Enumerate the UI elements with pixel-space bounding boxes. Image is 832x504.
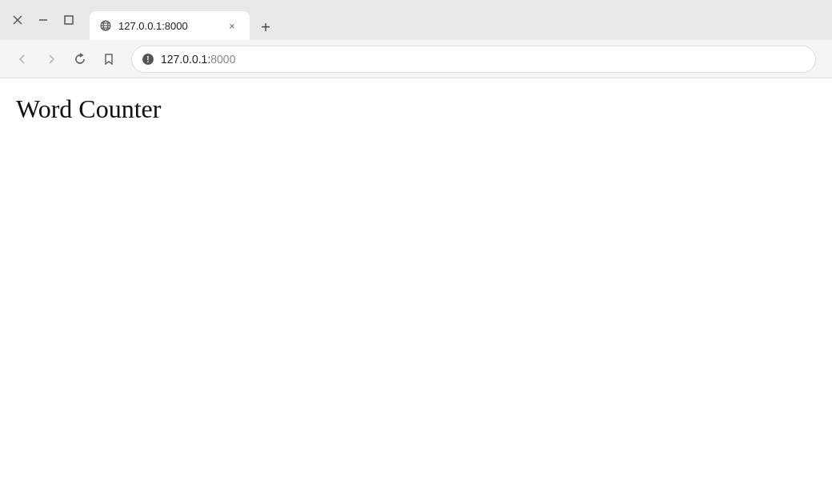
reload-button[interactable] bbox=[67, 46, 93, 72]
back-button[interactable] bbox=[10, 46, 35, 72]
minimize-button[interactable] bbox=[32, 9, 54, 31]
svg-text:!: ! bbox=[146, 55, 149, 64]
address-host: 127.0.0.1: bbox=[161, 53, 210, 66]
bookmark-button[interactable] bbox=[96, 46, 122, 72]
svg-rect-3 bbox=[65, 16, 73, 24]
tab-title: 127.0.0.1:8000 bbox=[118, 20, 218, 32]
tab-favicon bbox=[99, 19, 112, 32]
tab-bar: 127.0.0.1:8000 × + bbox=[90, 0, 826, 40]
new-tab-button[interactable]: + bbox=[253, 14, 278, 40]
forward-button[interactable] bbox=[38, 46, 64, 72]
page-heading: Word Counter bbox=[16, 94, 816, 124]
active-tab[interactable]: 127.0.0.1:8000 × bbox=[90, 11, 250, 40]
address-text: 127.0.0.1:8000 bbox=[161, 53, 806, 66]
nav-bar: ! 127.0.0.1:8000 bbox=[0, 40, 832, 78]
tab-close-button[interactable]: × bbox=[224, 18, 240, 34]
window-controls bbox=[6, 9, 80, 31]
address-bar[interactable]: ! 127.0.0.1:8000 bbox=[131, 46, 816, 73]
content-area: Word Counter bbox=[0, 78, 832, 504]
close-button[interactable] bbox=[6, 9, 29, 31]
title-bar: 127.0.0.1:8000 × + bbox=[0, 0, 832, 40]
address-port: 8000 bbox=[210, 53, 235, 66]
maximize-button[interactable] bbox=[58, 9, 80, 31]
security-icon: ! bbox=[142, 53, 154, 66]
